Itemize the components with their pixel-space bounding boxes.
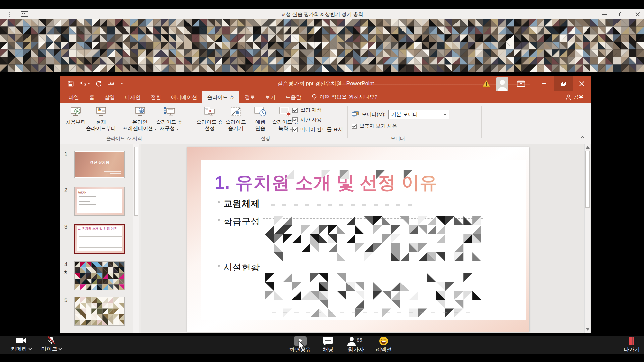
scroll-up-arrow[interactable]: [586, 146, 590, 149]
slide-thumbnail-4[interactable]: [74, 261, 125, 290]
window-restore-button[interactable]: [616, 9, 627, 19]
panel-scrollbar-thumb[interactable]: [134, 147, 138, 216]
ribbon-tab-파일[interactable]: 파일: [64, 91, 84, 103]
censored-table-lower[interactable]: [265, 273, 481, 317]
meeting-title: 교생 실습 평가회 & 상반기 정기 총회: [0, 9, 644, 19]
slide-number-3: 3: [64, 224, 67, 230]
collapse-ribbon-icon[interactable]: [581, 136, 585, 140]
thumb-title: 경산 유치원: [75, 160, 124, 165]
account-avatar[interactable]: [496, 77, 508, 91]
powerpoint-titlebar: 실습평가회 ppt 경산유치원 - PowerPoint: [60, 76, 591, 91]
ribbon-tab-검토[interactable]: 검토: [239, 91, 260, 103]
slide-scrollbar-thumb[interactable]: [585, 151, 590, 208]
share-button[interactable]: 공유: [566, 91, 584, 103]
rehearse-timings-button[interactable]: 예행연습: [250, 106, 270, 131]
checkbox-미디어 컨트롤 표시[interactable]: 미디어 컨트롤 표시: [292, 126, 343, 133]
ribbon-tab-홈[interactable]: 홈: [84, 91, 100, 103]
ppt-restore-button[interactable]: [554, 76, 573, 91]
slide-thumbnail-1[interactable]: 경산 유치원: [74, 151, 125, 178]
ribbon-tab-row: 어떤 작업을 원하시나요? 파일홈삽입디자인전환애니메이션슬라이드 쇼검토보기도…: [60, 91, 591, 103]
reactions-button[interactable]: 리액션: [370, 336, 397, 353]
slide-thumbnail-3[interactable]: 1. 유치원 소개 및 선정 이유: [74, 224, 125, 254]
chat-button[interactable]: 채팅: [315, 336, 341, 353]
mic-button[interactable]: 마이크: [36, 336, 66, 353]
thumb-title: 목차: [78, 190, 86, 195]
ribbon-tab-디자인[interactable]: 디자인: [120, 91, 146, 103]
ppt-close-button[interactable]: [572, 76, 591, 91]
panel-scrollbar[interactable]: [133, 144, 139, 333]
thumb-text-line: [79, 207, 93, 207]
participants-button[interactable]: 85 참가자: [341, 336, 370, 353]
monitor-dropdown[interactable]: 기본 모니터: [388, 110, 449, 119]
record-slideshow-icon: [279, 106, 292, 118]
ribbon-tab-삽입[interactable]: 삽입: [100, 91, 120, 103]
ribbon-tab-전환[interactable]: 전환: [146, 91, 166, 103]
hide-slide-button[interactable]: 슬라이드숨기기: [221, 106, 250, 131]
meeting-toolbar: 카메라 마이크 화면공유 채팅 85 참가자 리액션: [0, 336, 644, 354]
thumb-table: [79, 232, 122, 241]
ribbon-tab-보기[interactable]: 보기: [260, 91, 280, 103]
participant-video-strip[interactable]: [0, 19, 644, 72]
checkbox-설명 재생[interactable]: 설명 재생: [292, 107, 322, 113]
lightbulb-icon: [312, 94, 317, 101]
monitor-dropdown-caret[interactable]: [441, 110, 449, 119]
group-label-monitor: 모니터: [347, 136, 448, 142]
tell-me-box[interactable]: 어떤 작업을 원하시나요?: [312, 91, 377, 103]
redo-icon[interactable]: [96, 81, 102, 87]
camera-button[interactable]: 카메라: [6, 336, 36, 353]
undo-icon[interactable]: [79, 81, 90, 87]
slide-scrollbar[interactable]: [584, 144, 590, 333]
ribbon-display-options-icon[interactable]: [517, 80, 525, 88]
start-slideshow-icon[interactable]: [107, 80, 115, 87]
screen-share-icon: [294, 336, 307, 346]
share-person-icon: [566, 94, 571, 100]
ribbon-tab-도움말[interactable]: 도움말: [280, 91, 306, 103]
ppt-minimize-button[interactable]: [535, 76, 553, 91]
thumb-subtitle-line: [110, 173, 121, 174]
slide-thumbnail-panel: 1경산 유치원2목차31. 유치원 소개 및 선정 이유4★5: [60, 144, 141, 333]
customize-qat-caret[interactable]: [120, 83, 123, 84]
hide-slide-icon: [230, 106, 242, 118]
screen-share-button[interactable]: 화면공유: [286, 336, 315, 353]
scroll-down-arrow[interactable]: [586, 328, 590, 331]
participants-count: 85: [357, 337, 362, 343]
window-close-button[interactable]: [632, 9, 643, 19]
thumb-text-line: [79, 196, 96, 197]
checkbox-시간 사용[interactable]: 시간 사용: [292, 117, 322, 123]
monitor-row: 모니터(M): 기본 모니터: [352, 110, 449, 119]
warning-icon[interactable]: [482, 80, 490, 88]
slide-thumbnail-5[interactable]: [74, 297, 125, 326]
monitor-dropdown-value: 기본 모니터: [391, 110, 418, 119]
from-current-slide-button[interactable]: 현재슬라이드부터: [82, 106, 120, 131]
custom-slideshow-icon: [163, 106, 175, 118]
slide-bullet-3[interactable]: 시설현황: [223, 261, 260, 274]
slide-content-area: 1. 유치원 소개 및 선정 이유 교원체제 학급구성 시설현황: [201, 160, 526, 320]
participants-icon: [347, 336, 356, 346]
thumb-text-line: [79, 201, 90, 202]
thumb-title: 1. 유치원 소개 및 선정 이유: [78, 227, 117, 231]
presenter-view-checkbox[interactable]: 발표자 보기 사용: [352, 123, 397, 129]
leave-button[interactable]: 나가기: [620, 336, 643, 353]
slide-canvas[interactable]: 1. 유치원 소개 및 선정 이유 교원체제 학급구성 시설현황: [187, 147, 529, 332]
censored-table-upper[interactable]: [265, 216, 481, 261]
share-label: 공유: [573, 94, 584, 101]
custom-slideshow-button[interactable]: 슬라이드 쇼재구성: [152, 106, 187, 131]
checkbox-icon: [292, 108, 298, 113]
monitor-label: 모니터(M):: [362, 111, 386, 118]
slide-number-5: 5: [64, 297, 67, 304]
slide-bullet-1[interactable]: 교원체제: [223, 198, 260, 210]
setup-slideshow-icon: [204, 106, 216, 118]
slide-thumbnail-2[interactable]: 목차: [74, 187, 125, 216]
slide-number-4: 4: [64, 261, 67, 268]
save-icon[interactable]: [68, 81, 74, 87]
slide-bullet-2[interactable]: 학급구성: [223, 215, 260, 227]
ribbon-tab-슬라이드 쇼[interactable]: 슬라이드 쇼: [202, 91, 240, 103]
window-minimize-button[interactable]: [599, 9, 610, 19]
checkbox-icon: [292, 127, 298, 132]
group-label-start-slideshow: 슬라이드 쇼 시작: [60, 136, 188, 142]
record-caret: [290, 129, 292, 130]
undo-caret[interactable]: [87, 83, 90, 84]
slide-number-2: 2: [64, 187, 67, 194]
ribbon: 처음부터 현재슬라이드부터 온라인프레젠테이션 슬라이드 쇼재구성 슬라이드 쇼…: [60, 103, 591, 144]
ribbon-tab-애니메이션[interactable]: 애니메이션: [166, 91, 202, 103]
